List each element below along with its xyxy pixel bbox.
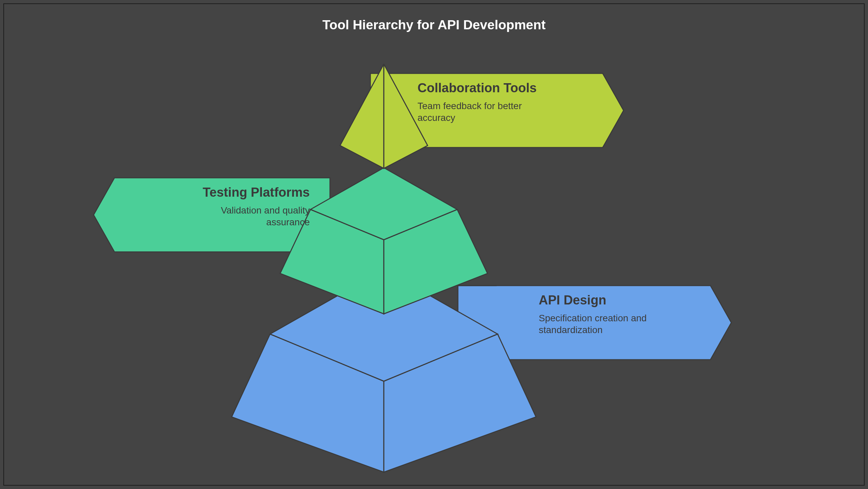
diagram-frame-top — [3, 3, 865, 486]
diagram-title-top: Tool Hierarchy for API Development — [322, 18, 546, 32]
